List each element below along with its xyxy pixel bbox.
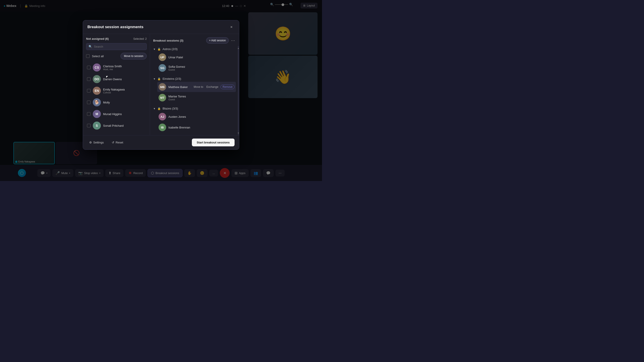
participant-name: Matthew Baker	[168, 85, 190, 89]
avatar: MB	[158, 83, 166, 91]
participant-info: Darren Owens	[103, 77, 122, 81]
modal-title: Breakout session assignments	[88, 25, 143, 29]
participant-name: Umar Patel	[168, 56, 183, 59]
modal-footer: ⚙ Settings ↺ Reset Start breakout sessio…	[83, 135, 239, 149]
session-participant-info: Matthew Baker	[168, 85, 190, 89]
lock-icon: 🔒	[158, 77, 161, 80]
exchange-button[interactable]: Exchange	[206, 85, 219, 89]
chevron-down-icon: ▼	[153, 48, 156, 50]
participant-name: Sonali Pritchard	[103, 124, 124, 127]
remove-button[interactable]: Remove	[220, 85, 234, 89]
avatar: UP	[158, 53, 166, 61]
avatar: EN	[93, 87, 101, 95]
session-group-blazes: ▼ 🔒 Blazes (3/3) AJ Austen Jones	[152, 105, 236, 132]
move-to-button[interactable]: Move to	[193, 85, 204, 89]
participant-name: Molly	[103, 101, 110, 104]
select-all-label: Select all	[92, 54, 118, 58]
chevron-down-icon: ▼	[153, 77, 156, 80]
participant-role: Guest	[168, 98, 186, 101]
scroll-down-icon[interactable]: ▼	[237, 132, 239, 134]
list-item: MT Marise Torres Guest	[157, 92, 236, 103]
participant-info: Molly	[103, 101, 110, 104]
sessions-more-button[interactable]: ⋯	[230, 37, 236, 44]
settings-button[interactable]: ⚙ Settings	[88, 139, 106, 145]
left-panel: Not assigned (6) Selected: 2 🔍 Select al…	[83, 34, 150, 135]
participant-checkbox-mo[interactable]	[87, 100, 90, 104]
list-item: EN Emily Nakagawa Cohost	[86, 85, 147, 96]
participant-checkbox-mh[interactable]	[87, 112, 90, 116]
session-name-blazes: Blazes (3/3)	[162, 107, 178, 110]
avatar: MT	[158, 94, 166, 101]
avatar: CS	[93, 63, 101, 71]
participant-checkbox-sp[interactable]	[87, 124, 90, 127]
sessions-list: ▼ 🔒 Astros (2/3) UP Umar Patel	[150, 46, 238, 135]
session-group-einsteins: ▼ 🔒 Einsteins (2/3) MB Matthew Baker	[152, 76, 236, 103]
participant-info: Murad Higgins	[103, 112, 122, 116]
breakout-sessions-title: Breakout sessions (3)	[153, 39, 183, 42]
participant-info: Clarissa Smith Host, me	[103, 64, 122, 71]
list-item: CS Clarissa Smith Host, me	[86, 62, 147, 73]
avatar: AJ	[158, 113, 166, 120]
scroll-indicator: ▲ ▼	[238, 46, 239, 135]
list-item: DO Darren Owens	[86, 74, 147, 84]
list-item: IB Isabelle Brennan	[157, 122, 236, 132]
avatar: SG	[158, 64, 166, 72]
list-item: AJ Austen Jones	[157, 111, 236, 122]
modal-close-button[interactable]: ×	[228, 24, 234, 30]
participant-checkbox-en[interactable]	[87, 89, 90, 92]
participant-name: Marise Torres	[168, 95, 186, 98]
session-header-blazes[interactable]: ▼ 🔒 Blazes (3/3)	[152, 105, 236, 111]
session-participant-info: Sofia Gomez Guest	[168, 65, 185, 71]
modal-header: Breakout session assignments ×	[83, 20, 239, 34]
avatar: 🐕	[93, 98, 101, 106]
session-participants-einsteins: MB Matthew Baker Move to Exchange Remove	[157, 82, 236, 103]
session-group-astros: ▼ 🔒 Astros (2/3) UP Umar Patel	[152, 46, 236, 73]
session-participant-info: Umar Patel	[168, 56, 183, 59]
footer-left: ⚙ Settings ↺ Reset	[88, 139, 125, 145]
not-assigned-title: Not assigned (6)	[86, 37, 109, 40]
session-participant-info: Austen Jones	[168, 115, 186, 118]
selected-count: Selected: 2	[133, 37, 147, 40]
modal-overlay: Breakout session assignments × Not assig…	[0, 0, 322, 181]
search-box[interactable]: 🔍	[86, 43, 147, 50]
participant-name: Isabelle Brennan	[168, 126, 190, 129]
right-panel-header: Breakout sessions (3) + Add session ⋯	[150, 34, 239, 46]
participant-name: Darren Owens	[103, 77, 122, 81]
session-name-einsteins: Einsteins (2/3)	[162, 77, 181, 80]
inline-actions: Move to Exchange Remove	[193, 85, 234, 89]
session-participants-blazes: AJ Austen Jones IB Isabelle Brennan	[157, 111, 236, 132]
add-session-button[interactable]: + Add session	[206, 37, 229, 43]
list-item: SG Sofia Gomez Guest	[157, 63, 236, 73]
session-header-astros[interactable]: ▼ 🔒 Astros (2/3)	[152, 46, 236, 52]
lock-icon: 🔒	[158, 107, 161, 110]
participant-checkbox-cs[interactable]	[87, 66, 90, 69]
avatar: IB	[158, 124, 166, 131]
right-panel: Breakout sessions (3) + Add session ⋯ ▼ …	[150, 34, 239, 135]
participant-name: Sofia Gomez	[168, 65, 185, 68]
session-name-astros: Astros (2/3)	[162, 47, 178, 51]
reset-button[interactable]: ↺ Reset	[110, 139, 125, 145]
session-header-einsteins[interactable]: ▼ 🔒 Einsteins (2/3)	[152, 76, 236, 82]
list-item: S Sonali Pritchard	[86, 120, 147, 131]
search-input[interactable]	[94, 45, 144, 48]
reset-icon: ↺	[112, 141, 114, 144]
select-all-row: Select all Move to session	[86, 53, 147, 59]
scroll-up-icon[interactable]: ▲	[237, 47, 239, 49]
gear-icon: ⚙	[89, 141, 92, 144]
session-participant-info: Marise Torres Guest	[168, 95, 186, 101]
avatar: S	[93, 122, 101, 130]
list-item: MB Matthew Baker Move to Exchange Remove	[157, 82, 236, 92]
select-all-checkbox[interactable]	[86, 54, 90, 58]
avatar: M	[93, 110, 101, 118]
start-breakout-sessions-button[interactable]: Start breakout sessions	[192, 139, 234, 146]
participant-list: CS Clarissa Smith Host, me DO Darren Owe…	[86, 62, 147, 131]
modal-body: Not assigned (6) Selected: 2 🔍 Select al…	[83, 34, 239, 135]
participant-role: Cohost	[103, 91, 125, 94]
participant-name: Murad Higgins	[103, 112, 122, 116]
move-to-session-button[interactable]: Move to session	[120, 53, 147, 59]
participant-checkbox-do[interactable]	[87, 77, 90, 81]
participant-name: Clarissa Smith	[103, 64, 122, 68]
participant-name: Austen Jones	[168, 115, 186, 118]
lock-icon: 🔒	[158, 48, 161, 51]
breakout-modal: Breakout session assignments × Not assig…	[83, 20, 239, 150]
